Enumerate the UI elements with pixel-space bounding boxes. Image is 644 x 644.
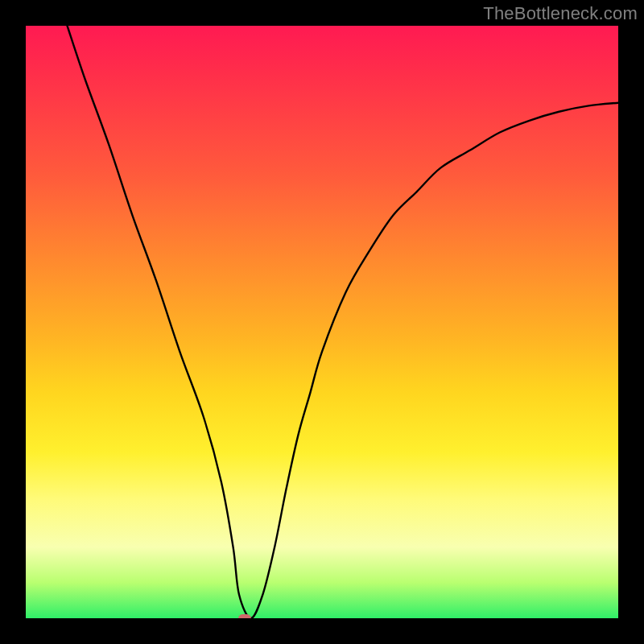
optimal-point-marker xyxy=(238,614,251,618)
curve-svg xyxy=(26,26,618,618)
bottleneck-curve xyxy=(68,26,618,618)
watermark-text: TheBottleneck.com xyxy=(483,3,638,24)
plot-area xyxy=(26,26,618,618)
chart-frame: TheBottleneck.com xyxy=(0,0,644,644)
